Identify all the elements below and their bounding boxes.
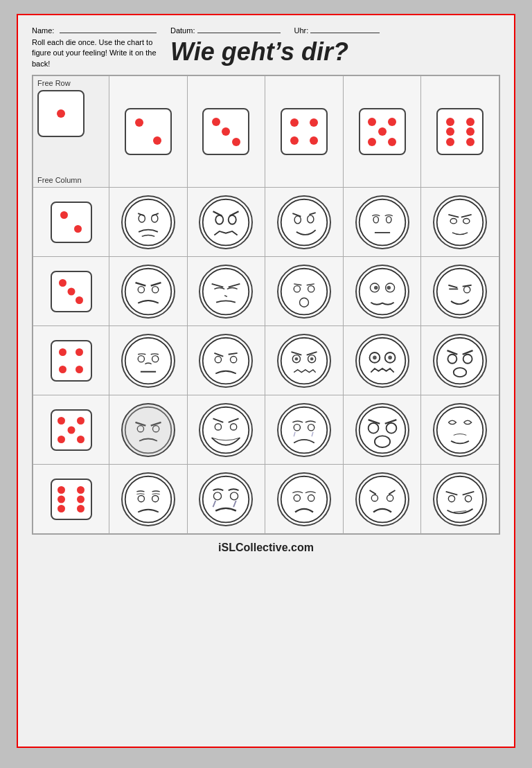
- svg-point-44: [437, 268, 484, 314]
- face-r3c3: [265, 326, 344, 395]
- label-cell-top: Free Row Free Column: [33, 76, 109, 188]
- emotion-face: [277, 472, 331, 526]
- main-title: Wie geht’s dir?: [170, 37, 348, 66]
- header-left: Name: Roll each die once. Use the chart …: [32, 26, 163, 69]
- emotion-face: [121, 334, 175, 388]
- emotion-face: [355, 403, 409, 457]
- name-label: Name:: [32, 26, 54, 35]
- emotion-face: [355, 472, 409, 526]
- face-r4c4: [344, 395, 422, 465]
- header: Name: Roll each die once. Use the chart …: [32, 26, 500, 69]
- face-r2c5: [421, 257, 499, 326]
- emotion-face: [199, 265, 253, 319]
- emotion-face: [199, 195, 253, 249]
- emotion-face: [433, 403, 487, 457]
- row5-die: [33, 395, 109, 465]
- row-die-2: [51, 202, 92, 243]
- row-die-3: [51, 271, 92, 312]
- face-r4c2: [188, 395, 266, 465]
- face-r4c3: [265, 395, 344, 465]
- die-label: [37, 90, 85, 137]
- face-r1c4: [344, 188, 422, 257]
- datum-label: Datum:: [170, 26, 195, 35]
- emotion-face: [433, 334, 487, 388]
- svg-point-10: [281, 199, 328, 245]
- face-r2c1: [109, 257, 188, 326]
- header-die-2: [109, 76, 188, 188]
- row-die-4: [51, 340, 92, 382]
- face-r3c2: [188, 326, 266, 395]
- svg-point-68: [373, 355, 377, 359]
- emotion-face: [355, 195, 409, 249]
- header-die-5: [344, 76, 422, 188]
- emotion-face: [121, 472, 175, 526]
- svg-point-86: [281, 407, 328, 453]
- die-5: [359, 108, 406, 155]
- row-die-6: [51, 479, 92, 520]
- emotion-face: [199, 334, 253, 388]
- emotion-face: [277, 265, 331, 319]
- svg-point-43: [387, 285, 391, 289]
- emotion-face: [121, 195, 175, 249]
- svg-point-65: [359, 337, 405, 384]
- svg-point-39: [359, 268, 405, 314]
- row4-die: [33, 326, 109, 395]
- svg-point-58: [281, 337, 328, 384]
- die-2: [125, 108, 172, 155]
- svg-point-97: [437, 407, 484, 453]
- free-col-label: Free Column: [37, 176, 82, 184]
- face-r3c5: [421, 326, 499, 395]
- face-r5c5: [421, 465, 499, 534]
- emotion-face: [433, 195, 487, 249]
- free-row-label: Free Row: [37, 79, 71, 87]
- svg-point-114: [437, 476, 484, 522]
- die-4: [281, 108, 328, 155]
- svg-point-19: [437, 199, 484, 245]
- row3-die: [33, 257, 109, 326]
- svg-point-5: [203, 199, 249, 245]
- svg-point-29: [203, 268, 249, 314]
- emotion-face: [433, 265, 487, 319]
- grid: Free Row Free Column: [33, 75, 499, 534]
- svg-point-69: [388, 355, 392, 359]
- svg-point-64: [310, 357, 314, 361]
- die-6: [436, 108, 484, 155]
- header-die-3: [188, 76, 266, 188]
- emotion-face: [277, 334, 331, 388]
- datum-field[interactable]: [197, 33, 281, 33]
- svg-point-101: [203, 476, 249, 522]
- face-r4c5: [421, 395, 499, 465]
- svg-point-0: [125, 199, 171, 245]
- svg-point-106: [281, 476, 328, 522]
- emotion-face: [355, 265, 409, 319]
- face-r2c3: [265, 257, 344, 326]
- face-r4c1: [109, 395, 188, 465]
- emotion-face: [277, 403, 331, 457]
- emotion-face: [199, 472, 253, 526]
- header-die-6: [421, 76, 499, 188]
- svg-point-24: [125, 268, 171, 314]
- svg-point-91: [359, 407, 405, 453]
- face-r3c1: [109, 326, 188, 395]
- svg-point-76: [125, 407, 171, 453]
- svg-point-42: [374, 285, 378, 289]
- instructions-text: Roll each die once. Use the chart to fig…: [32, 37, 163, 69]
- svg-point-49: [125, 337, 171, 384]
- svg-point-63: [295, 357, 299, 361]
- svg-point-109: [359, 476, 405, 522]
- face-r5c1: [109, 465, 188, 534]
- uhr-field[interactable]: [310, 33, 380, 33]
- face-r5c4: [344, 465, 422, 534]
- emotion-face: [121, 265, 175, 319]
- emotion-face: [355, 334, 409, 388]
- name-field[interactable]: [60, 33, 157, 33]
- svg-point-81: [203, 407, 249, 453]
- face-r2c4: [344, 257, 422, 326]
- uhr-label: Uhr:: [294, 26, 309, 35]
- face-r2c2: [188, 257, 266, 326]
- emotion-face: [121, 403, 175, 457]
- face-r1c3: [265, 188, 344, 257]
- emotion-face: [199, 403, 253, 457]
- row6-die: [33, 465, 109, 534]
- svg-point-53: [203, 337, 249, 384]
